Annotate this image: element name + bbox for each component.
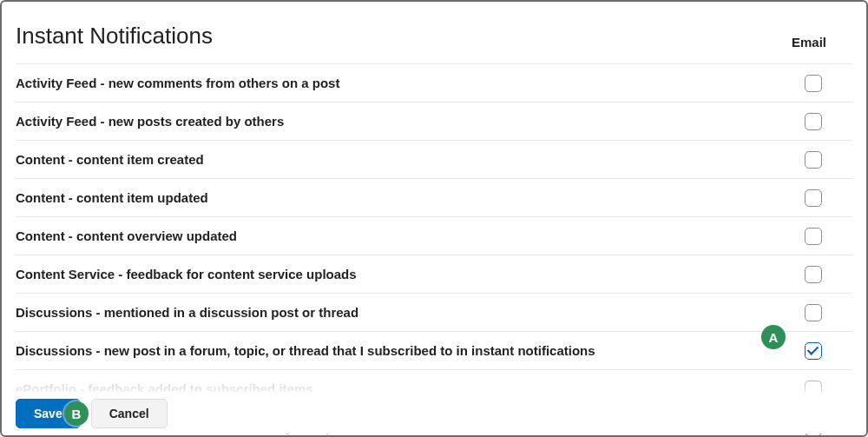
email-checkbox[interactable] xyxy=(805,75,822,92)
checkbox-cell xyxy=(800,228,852,245)
checkbox-cell xyxy=(800,266,852,283)
email-checkbox[interactable] xyxy=(805,228,822,245)
notification-label: Discussions - mentioned in a discussion … xyxy=(16,305,358,320)
checkbox-cell xyxy=(800,75,852,92)
notification-label: Discussions - new post in a forum, topic… xyxy=(16,343,595,358)
notification-rows: Activity Feed - new comments from others… xyxy=(16,63,852,437)
email-checkbox[interactable] xyxy=(805,304,822,321)
content-area: Instant Notifications Email Activity Fee… xyxy=(2,2,866,437)
email-checkbox[interactable] xyxy=(805,266,822,283)
notification-row: Content - content item created xyxy=(16,140,852,178)
checkbox-cell xyxy=(800,304,852,321)
notification-row: Activity Feed - new posts created by oth… xyxy=(16,102,852,140)
email-checkbox[interactable] xyxy=(805,113,822,130)
checkbox-cell xyxy=(800,189,852,207)
notification-label: Content Service - feedback for content s… xyxy=(16,267,357,281)
notification-row: Content Service - feedback for content s… xyxy=(16,255,852,293)
footer-bar: Save Cancel xyxy=(3,392,865,434)
email-checkbox[interactable] xyxy=(805,151,822,169)
notification-row: Discussions - mentioned in a discussion … xyxy=(16,293,852,331)
email-checkbox[interactable] xyxy=(805,189,822,207)
notification-label: Content - content item created xyxy=(16,152,204,167)
header-row: Instant Notifications Email xyxy=(16,23,852,63)
notification-row: Content - content overview updated xyxy=(16,216,852,255)
annotation-marker-b: B xyxy=(64,401,89,426)
notification-settings-panel: Instant Notifications Email Activity Fee… xyxy=(0,0,868,437)
checkbox-cell xyxy=(800,113,852,130)
checkbox-cell xyxy=(800,151,852,169)
annotation-marker-a: A xyxy=(761,325,786,349)
notification-row: Content - content item updated xyxy=(16,178,852,216)
page-title: Instant Notifications xyxy=(16,23,213,50)
notification-label: Activity Feed - new posts created by oth… xyxy=(16,114,284,129)
checkbox-cell xyxy=(800,342,852,360)
notification-row: Activity Feed - new comments from others… xyxy=(16,63,852,102)
email-checkbox[interactable] xyxy=(805,342,822,360)
notification-row: Discussions - new post in a forum, topic… xyxy=(16,331,852,369)
column-header-email: Email xyxy=(792,35,852,50)
cancel-button[interactable]: Cancel xyxy=(91,399,168,428)
notification-label: Content - content item updated xyxy=(16,190,208,205)
notification-label: Content - content overview updated xyxy=(16,228,237,243)
notification-label: Activity Feed - new comments from others… xyxy=(16,76,339,90)
